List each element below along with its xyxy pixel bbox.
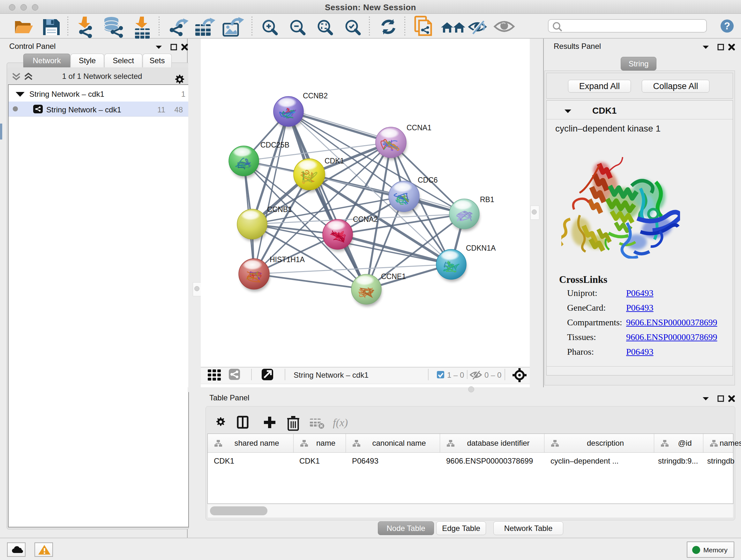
svg-text:1 – 0: 1 – 0: [447, 371, 464, 379]
svg-text:CCNB1: CCNB1: [267, 205, 292, 213]
svg-text:f(x): f(x): [333, 417, 348, 429]
svg-text:HIST1H1A: HIST1H1A: [270, 255, 305, 264]
svg-text:CCNA1: CCNA1: [407, 124, 431, 132]
svg-text:CDC25B: CDC25B: [260, 141, 289, 149]
svg-text:RB1: RB1: [480, 195, 494, 204]
svg-text:CDKN1A: CDKN1A: [466, 244, 496, 252]
svg-text:CCNA2: CCNA2: [353, 215, 378, 224]
svg-text:CCNE1: CCNE1: [381, 272, 406, 281]
svg-text:0 – 0: 0 – 0: [484, 371, 501, 379]
svg-text:CCNB2: CCNB2: [303, 91, 328, 100]
svg-text:CDK1: CDK1: [325, 157, 344, 165]
svg-text:String Network – cdk1: String Network – cdk1: [293, 371, 368, 379]
svg-text:CDC6: CDC6: [418, 176, 438, 184]
